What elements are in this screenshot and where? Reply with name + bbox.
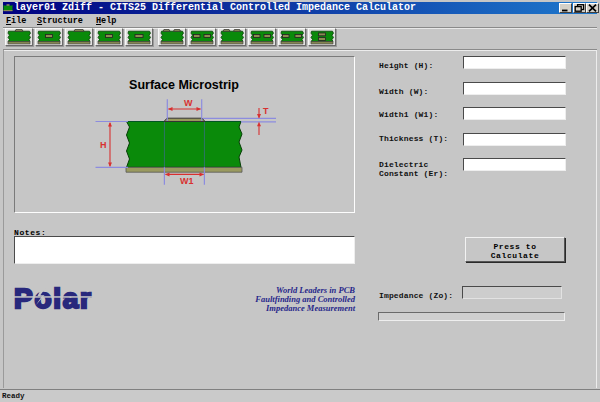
svg-text:Surface Microstrip: Surface Microstrip [129, 78, 239, 92]
svg-text:Polar: Polar [14, 283, 93, 313]
svg-text:W: W [184, 98, 193, 108]
svg-text:H: H [100, 140, 107, 150]
svg-text:W1: W1 [180, 176, 194, 186]
svg-text:T: T [263, 106, 269, 116]
